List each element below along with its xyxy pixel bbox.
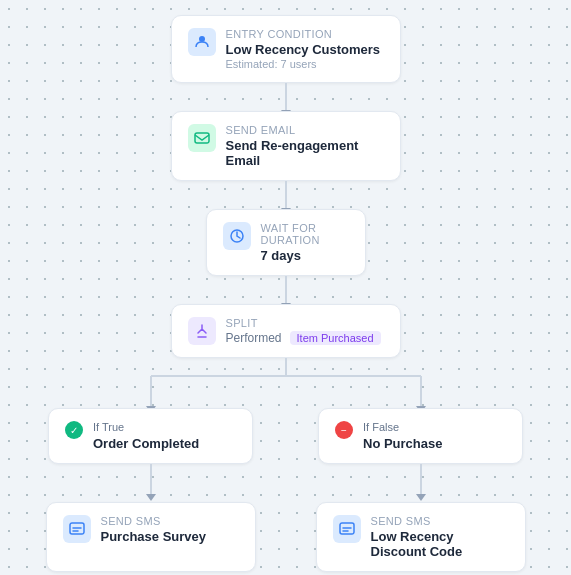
entry-node[interactable]: Entry Condition Low Recency Customers Es… [171, 15, 401, 83]
entry-content: Entry Condition Low Recency Customers Es… [226, 28, 381, 70]
entry-sub: Estimated: 7 users [226, 58, 381, 70]
connector-1 [285, 83, 287, 111]
sms-right-content: Send SMS Low Recency Discount Code [371, 515, 509, 559]
split-badge: Item Purchased [290, 331, 381, 345]
wait-content: Wait for duration 7 days [261, 222, 349, 263]
true-condition-label: If True [93, 421, 199, 433]
branch-false: − If False No Purchase [316, 408, 526, 464]
branches-row: ✓ If True Order Completed − If False No … [46, 408, 526, 464]
sms-right-label: Send SMS [371, 515, 509, 527]
false-condition-label: If False [363, 421, 442, 433]
sms-right-icon [333, 515, 361, 543]
branch-svg [46, 358, 526, 408]
true-icon: ✓ [65, 421, 83, 439]
branch-true-content: If True Order Completed [93, 421, 199, 451]
svg-marker-10 [146, 494, 156, 501]
sms-left-icon [63, 515, 91, 543]
entry-label: Entry Condition [226, 28, 381, 40]
wait-title: 7 days [261, 248, 349, 263]
branch-false-content: If False No Purchase [363, 421, 442, 451]
svg-rect-1 [195, 133, 209, 143]
false-icon: − [335, 421, 353, 439]
sms-left-content: Send SMS Purchase Survey [101, 515, 207, 544]
wait-icon [223, 222, 251, 250]
sms-right-title: Low Recency Discount Code [371, 529, 509, 559]
branch-true-node[interactable]: ✓ If True Order Completed [48, 408, 253, 464]
entry-icon [188, 28, 216, 56]
email-node[interactable]: Send Email Send Re-engagement Email [171, 111, 401, 181]
svg-marker-12 [416, 494, 426, 501]
branch-lines-container [46, 358, 526, 408]
flow-canvas: Entry Condition Low Recency Customers Es… [0, 0, 571, 572]
sms-row: Send SMS Purchase Survey Send SMS Low Re… [46, 502, 526, 572]
split-label: Split [226, 317, 381, 329]
sms-left-label: Send SMS [101, 515, 207, 527]
split-performed: Performed Item Purchased [226, 331, 381, 345]
sms-left-node[interactable]: Send SMS Purchase Survey [46, 502, 256, 572]
branch-false-title: No Purchase [363, 436, 442, 451]
connector-2 [285, 181, 287, 209]
wait-label: Wait for duration [261, 222, 349, 246]
sms-left-title: Purchase Survey [101, 529, 207, 544]
branch-false-node[interactable]: − If False No Purchase [318, 408, 523, 464]
wait-node[interactable]: Wait for duration 7 days [206, 209, 366, 276]
sms-connectors [46, 464, 526, 502]
svg-point-0 [199, 36, 205, 42]
email-title: Send Re-engagement Email [226, 138, 384, 168]
branch-true: ✓ If True Order Completed [46, 408, 256, 464]
email-icon [188, 124, 216, 152]
sms-connector-svg [46, 464, 526, 502]
branch-true-title: Order Completed [93, 436, 199, 451]
sms-right-node[interactable]: Send SMS Low Recency Discount Code [316, 502, 526, 572]
connector-3 [285, 276, 287, 304]
split-icon [188, 317, 216, 345]
split-content: Split Performed Item Purchased [226, 317, 381, 345]
email-content: Send Email Send Re-engagement Email [226, 124, 384, 168]
split-node[interactable]: Split Performed Item Purchased [171, 304, 401, 358]
entry-title: Low Recency Customers [226, 42, 381, 57]
email-label: Send Email [226, 124, 384, 136]
